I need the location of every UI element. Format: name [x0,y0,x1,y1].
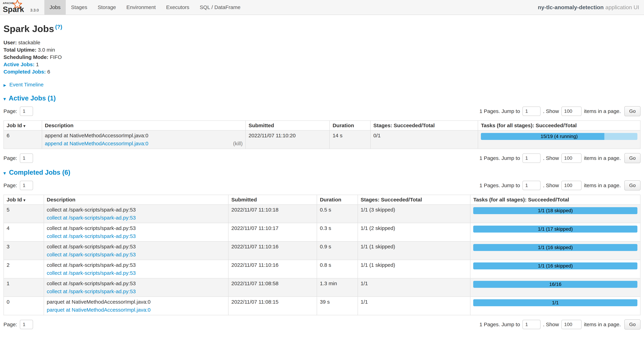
completed-jobs-title: Completed Jobs (6) [9,169,70,176]
progress-label: 1/1 (16 skipped) [473,263,638,269]
header-duration[interactable]: Duration [330,121,370,130]
header-submitted[interactable]: Submitted [228,195,317,205]
kill-link[interactable]: (kill) [233,141,242,146]
tasks-cell: 1/1 (18 skipped) [470,205,640,223]
description-cell: parquet at NativeMethodAccessorImpl.java… [44,297,228,315]
header-stages[interactable]: Stages: Succeeded/Total [358,195,470,205]
go-button[interactable]: Go [624,320,640,330]
jump-input[interactable] [522,153,540,163]
show-input[interactable] [562,153,582,163]
pages-jump-text: 1 Pages. Jump to [480,322,520,328]
show-text: . Show [543,322,559,328]
description-link[interactable]: collect at /spark-scripts/spark-ad.py:53 [47,233,136,239]
tab-executors[interactable]: Executors [161,0,194,14]
active-jobs-link[interactable]: Active Jobs: [4,61,34,67]
page-label: Page: [4,322,17,328]
completed-jobs-section-header[interactable]: ▾ Completed Jobs (6) [4,169,640,176]
stages-cell: 1/1 (2 skipped) [358,223,470,241]
spark-version: 3.3.0 [30,8,39,13]
header-tasks[interactable]: Tasks (for all stages): Succeeded/Total [478,121,640,130]
description-link[interactable]: collect at /spark-scripts/spark-ad.py:53 [47,215,136,221]
job-id-cell: 6 [4,130,42,149]
header-duration[interactable]: Duration [317,195,358,205]
show-input[interactable] [562,320,582,329]
page-input[interactable] [20,181,33,190]
go-button[interactable]: Go [624,153,640,163]
active-jobs-count: 1 [36,61,39,67]
pagination-active-bottom: Page: 1 Pages. Jump to . Show items in a… [4,153,640,163]
job-id-cell: 5 [4,205,44,223]
tasks-cell: 15/19 (4 running) [478,130,640,149]
jump-input[interactable] [522,181,540,190]
pager-controls: 1 Pages. Jump to . Show items in a page.… [480,180,640,191]
tab-storage[interactable]: Storage [92,0,121,14]
description-text: collect at /spark-scripts/spark-ad.py:53 [47,262,226,268]
header-stages[interactable]: Stages: Succeeded/Total [370,121,478,130]
page-label: Page: [4,108,17,114]
description-cell: collect at /spark-scripts/spark-ad.py:53… [44,205,228,223]
uptime-label: Total Uptime: [4,47,36,53]
go-button[interactable]: Go [624,180,640,191]
tasks-cell: 16/16 [470,278,640,297]
header-tasks[interactable]: Tasks (for all stages): Succeeded/Total [470,195,640,205]
table-row: 1 collect at /spark-scripts/spark-ad.py:… [4,278,640,297]
spark-name: Spark [3,5,24,13]
page-input[interactable] [20,153,33,163]
description-cell: collect at /spark-scripts/spark-ad.py:53… [44,260,228,278]
header-job-id[interactable]: Job Id ▾ [4,121,42,130]
show-text: . Show [543,108,559,114]
table-row: 6 append at NativeMethodAccessorImpl.jav… [4,130,640,149]
tab-jobs[interactable]: Jobs [44,0,66,14]
tasks-progress-bar: 1/1 (16 skipped) [473,263,638,269]
show-input[interactable] [562,181,582,190]
stages-cell: 1/1 [358,297,470,315]
show-input[interactable] [562,106,582,116]
tab-sql-dataframe[interactable]: SQL / DataFrame [194,0,246,14]
description-link[interactable]: collect at /spark-scripts/spark-ad.py:53 [47,252,136,258]
application-ui-label: application UI [606,4,639,10]
sort-desc-icon: ▾ [24,124,26,128]
duration-cell: 14 s [330,130,370,149]
header-description[interactable]: Description [42,121,246,130]
jump-input[interactable] [522,106,540,116]
table-header-row: Job Id ▾ Description Submitted Duration … [4,195,640,205]
progress-label: 1/1 [473,299,638,306]
help-link[interactable]: (?) [55,24,62,30]
tasks-cell: 1/1 (17 skipped) [470,223,640,241]
completed-jobs-table: Job Id ▾ Description Submitted Duration … [4,195,640,315]
description-link[interactable]: parquet at NativeMethodAccessorImpl.java… [47,307,150,313]
description-text: collect at /spark-scripts/spark-ad.py:53 [47,281,226,287]
arrow-right-icon: ▶ [4,83,6,87]
arrow-down-icon: ▾ [4,96,6,101]
spark-logo-mark: APACHE Spark [3,0,29,13]
description-link[interactable]: collect at /spark-scripts/spark-ad.py:53 [47,270,136,276]
stages-cell: 0/1 [370,130,478,149]
active-jobs-section-header[interactable]: ▾ Active Jobs (1) [4,94,640,102]
header-submitted[interactable]: Submitted [246,121,330,130]
tab-environment[interactable]: Environment [121,0,161,14]
description-cell: collect at /spark-scripts/spark-ad.py:53… [44,223,228,241]
description-link[interactable]: append at NativeMethodAccessorImpl.java:… [45,141,148,146]
go-button[interactable]: Go [624,106,640,116]
job-id-cell: 0 [4,297,44,315]
submitted-cell: 2022/11/07 11:08:15 [228,297,317,315]
event-timeline-toggle[interactable]: ▶ Event Timeline [4,82,640,88]
duration-cell: 0.3 s [317,223,358,241]
page-input[interactable] [20,320,33,329]
submitted-cell: 2022/11/07 11:08:58 [228,278,317,297]
completed-jobs-link[interactable]: Completed Jobs: [4,69,46,74]
jump-input[interactable] [522,320,540,329]
header-job-id[interactable]: Job Id ▾ [4,195,44,205]
header-description[interactable]: Description [44,195,228,205]
tab-stages[interactable]: Stages [66,0,92,14]
summary-completed-jobs: Completed Jobs: 6 [4,68,640,75]
page-input[interactable] [20,106,33,116]
application-name: ny-tlc-anomaly-detection [538,4,604,10]
submitted-cell: 2022/11/07 11:10:16 [228,260,317,278]
progress-label: 1/1 (16 skipped) [473,244,638,251]
progress-label: 1/1 (17 skipped) [473,226,638,233]
tasks-progress-bar: 1/1 (17 skipped) [473,226,638,233]
user-label: User: [4,40,17,45]
duration-cell: 0.8 s [317,260,358,278]
description-link[interactable]: collect at /spark-scripts/spark-ad.py:53 [47,289,136,295]
